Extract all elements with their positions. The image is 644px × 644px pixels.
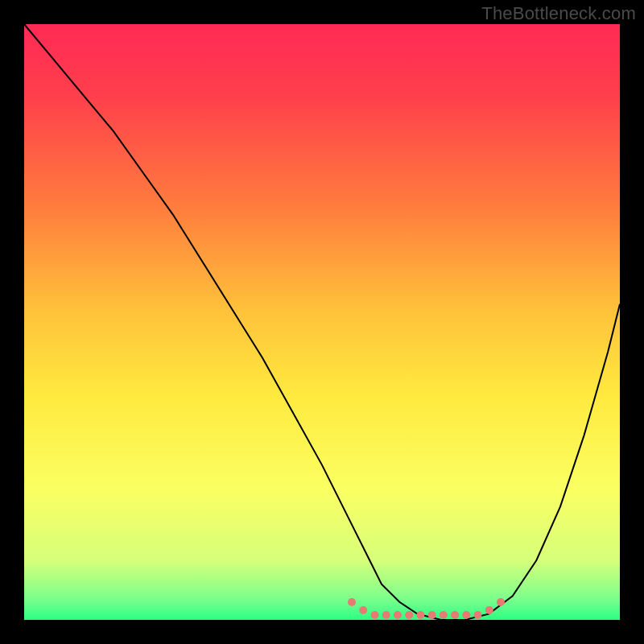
sweet-spot-dot (394, 611, 402, 619)
sweet-spot-dot (382, 611, 390, 619)
sweet-spot-dot (462, 611, 470, 619)
plot-gradient-background (24, 24, 620, 620)
sweet-spot-dot (348, 598, 356, 606)
sweet-spot-dot (485, 606, 493, 614)
sweet-spot-dot (405, 611, 413, 619)
chart-frame: TheBottleneck.com (0, 0, 644, 644)
sweet-spot-dot (440, 611, 448, 619)
sweet-spot-dot (451, 611, 459, 619)
sweet-spot-dot (371, 611, 379, 619)
sweet-spot-dot (416, 611, 424, 619)
watermark-text: TheBottleneck.com (481, 3, 636, 24)
bottleneck-chart (0, 0, 644, 644)
sweet-spot-dot (497, 598, 505, 606)
sweet-spot-dot (474, 611, 482, 619)
sweet-spot-dot (359, 606, 367, 614)
sweet-spot-dot (428, 611, 436, 619)
